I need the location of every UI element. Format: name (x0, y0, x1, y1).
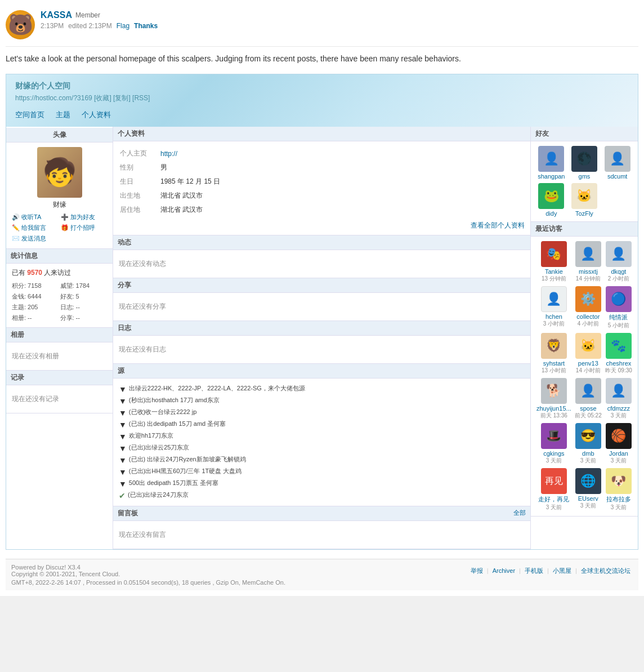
friend-avatar-tozfly[interactable]: 🐱 (571, 183, 597, 209)
server-info: GMT+8, 2022-2-26 14:07 , Processed in 0.… (11, 579, 285, 586)
action-send-message[interactable]: ✉️ 发送消息 (12, 234, 107, 243)
visitor-avatar-missxtj[interactable]: 👤 (575, 241, 601, 267)
nav-home[interactable]: 空间首页 (15, 110, 44, 120)
message-label: 给我留言 (21, 224, 46, 232)
share-title: 分享 (113, 278, 530, 293)
profile-banner: 财缘的个人空间 https://hostloc.com/?3169 [收藏] [… (6, 74, 638, 127)
bulletin-all-link[interactable]: 全部 (513, 509, 526, 518)
visitor-name-cheshrex[interactable]: cheshrex (605, 360, 632, 367)
visitor-dmb: 😎 dmb 3 天前 (575, 423, 602, 465)
friend-avatar-didy[interactable]: 🐸 (538, 183, 564, 209)
diary-section: 日志 现在还没有日志 (113, 321, 530, 364)
visitor-name-penv13[interactable]: penv13 (575, 360, 602, 367)
visitor-name-euserv[interactable]: EUserv (575, 495, 602, 502)
profile-avatar-display: 🧒 (37, 147, 82, 198)
profile-url-link[interactable]: https://hostloc.com/?3169 [收藏] [复制] [RSS… (15, 94, 150, 102)
friend-name-shangpan[interactable]: shangpan (536, 173, 566, 180)
visitor-avatar-syhstart[interactable]: 🦁 (541, 333, 567, 359)
footer-mobile[interactable]: 手机版 (525, 567, 543, 574)
info-value-homepage: http:// (160, 147, 524, 160)
visitor-avatar-jordan[interactable]: 🏀 (606, 423, 632, 449)
nav-profile[interactable]: 个人资料 (82, 110, 111, 120)
visitor-time-dkqgt: 2 小时前 (605, 275, 632, 283)
visitor-name-spose[interactable]: spose (575, 405, 602, 412)
homepage-link[interactable]: http:// (160, 150, 177, 158)
flag-button[interactable]: Flag (117, 22, 129, 30)
visitor-avatar-chunqingpai[interactable]: 🔵 (606, 286, 632, 312)
nav-topics[interactable]: 主题 (56, 110, 70, 120)
bulletin-section: 留言板 全部 现在还没有留言 (113, 506, 530, 549)
feed-item-4: ▼ (已出) 出dedipath 15刀 amd 圣何塞 (119, 419, 525, 430)
stat-share: 分享: -- (60, 313, 108, 323)
visitor-avatar-cfdmzzz[interactable]: 👤 (606, 378, 632, 404)
post-author-line: KASSA Member (41, 10, 158, 20)
visitor-name-chunqingpai[interactable]: 纯情派 (605, 313, 632, 322)
friend-name-gms[interactable]: gms (570, 173, 600, 180)
profile-center-column: 个人资料 个人主页 http:// 性别 男 生日 1985 年 12 月 15 (113, 127, 531, 549)
view-all-link[interactable]: 查看全部个人资料 (471, 221, 525, 229)
profile-banner-title: 财缘的个人空间 (15, 81, 629, 91)
info-label-homepage: 个人主页 (120, 147, 159, 160)
send-label: 发送消息 (21, 234, 46, 243)
album-empty: 现在还没有相册 (12, 347, 107, 366)
friend-avatar-sdcumt[interactable]: 👤 (605, 146, 630, 172)
visitor-name-cfdmzzz[interactable]: cfdmzzz (605, 405, 632, 412)
footer-blackroom[interactable]: 小黑屋 (553, 567, 571, 574)
visitor-name-dkqgt[interactable]: dkqgt (605, 268, 632, 275)
visitor-name-hchen[interactable]: hchen (536, 313, 571, 320)
visitor-avatar-zaijian[interactable]: 再见 (541, 468, 567, 494)
footer-report[interactable]: 举报 (471, 567, 483, 574)
action-greet[interactable]: 🎁 打个招呼 (61, 224, 108, 232)
visitor-time-spose: 前天 05:22 (575, 412, 602, 420)
action-follow[interactable]: 🔊 收听TA (12, 213, 59, 221)
visitor-name-zhuyijun[interactable]: zhuyijun15... (536, 405, 571, 412)
friend-name-sdcumt[interactable]: sdcumt (602, 173, 632, 180)
visitor-avatar-dmb[interactable]: 😎 (575, 423, 601, 449)
visitor-avatar-tankie[interactable]: 🎭 (541, 241, 567, 267)
visitor-name-zaijian[interactable]: 走好，再见 (536, 495, 571, 504)
visitor-name-syhstart[interactable]: syhstart (536, 360, 571, 367)
visitor-jordan: 🏀 Jordan 3 天前 (605, 423, 632, 465)
visit-count: 9570 (27, 269, 42, 277)
visitor-name-collector[interactable]: collector (575, 313, 602, 320)
friend-name-didy[interactable]: didy (536, 210, 566, 217)
visitor-avatar-cheshrex[interactable]: 🐾 (606, 333, 632, 359)
thanks-button[interactable]: Thanks (134, 22, 158, 30)
powered-text: Powered by Discuz! X3.4 (11, 564, 80, 571)
visitor-name-labrador[interactable]: 拉布拉多 (605, 495, 632, 504)
stats-grid: 积分: 7158 威望: 1784 金钱: 6444 好友: 5 主题: 205… (12, 281, 107, 323)
friend-avatar-gms[interactable]: 🌑 (571, 146, 597, 172)
visitor-avatar-spose[interactable]: 👤 (575, 378, 601, 404)
visitor-name-jordan[interactable]: Jordan (605, 450, 632, 457)
feed-list: ▼ 出绿云2222-HK、2222-JP、2222-LA、2222-SG，来个大… (119, 383, 525, 501)
visitor-avatar-hchen[interactable]: 👤 (541, 286, 567, 312)
personal-info-title: 个人资料 (113, 127, 530, 141)
feed-item-3: ▼ (已收)收一台绿云2222 jp (119, 407, 525, 419)
visitor-name-dmb[interactable]: dmb (575, 450, 602, 457)
visitor-avatar-collector[interactable]: ⚙️ (575, 286, 601, 312)
feed-text-1: 出绿云2222-HK、2222-JP、2222-LA、2222-SG，来个大佬包… (129, 384, 305, 393)
footer-forum[interactable]: 全球主机交流论坛 (581, 567, 630, 574)
sep2: | (519, 567, 522, 574)
feed-icon-1: ▼ (119, 385, 127, 394)
visitor-avatar-labrador[interactable]: 🐶 (606, 468, 632, 494)
visitor-time-hchen: 3 小时前 (536, 320, 571, 328)
friend-name-tozfly[interactable]: TozFly (570, 210, 600, 217)
action-add-friend[interactable]: ➕ 加为好友 (61, 213, 108, 221)
action-message[interactable]: ✏️ 给我留言 (12, 224, 59, 232)
visitor-avatar-penv13[interactable]: 🐱 (575, 333, 601, 359)
visitor-name-tankie[interactable]: Tankie (536, 268, 571, 275)
visitor-name-cgkings[interactable]: cgkings (536, 450, 571, 457)
visitor-penv13: 🐱 penv13 14 小时前 (575, 333, 602, 375)
info-row-gender: 性别 男 (120, 161, 524, 174)
message-icon: ✏️ (12, 224, 20, 232)
visitor-avatar-euserv[interactable]: 🌐 (575, 468, 601, 494)
visitor-name-missxtj[interactable]: missxtj (575, 268, 602, 275)
footer-archiver[interactable]: Archiver (493, 567, 515, 574)
visitor-avatar-zhuyijun[interactable]: 🐕 (541, 378, 567, 404)
visitor-avatar-cgkings[interactable]: 🎩 (541, 423, 567, 449)
friend-avatar-shangpan[interactable]: 👤 (538, 146, 564, 172)
visitor-avatar-dkqgt[interactable]: 👤 (606, 241, 632, 267)
diary-title: 日志 (113, 321, 530, 336)
dynamics-title: 动态 (113, 235, 530, 250)
